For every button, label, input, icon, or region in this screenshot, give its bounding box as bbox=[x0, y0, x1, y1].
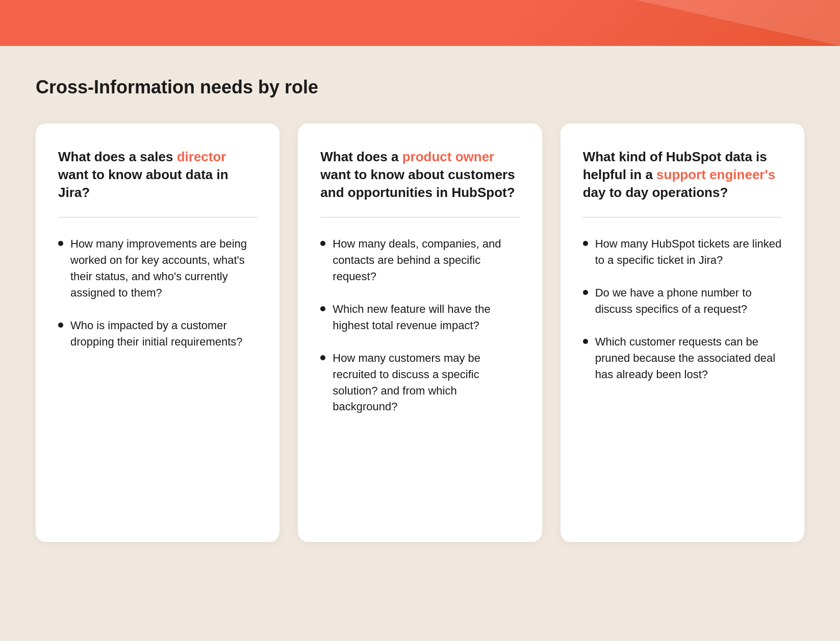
bullet-dot-icon bbox=[583, 241, 588, 246]
card-product-divider bbox=[320, 217, 519, 217]
bullet-text: Do we have a phone number to discuss spe… bbox=[595, 285, 782, 317]
bullet-dot-icon bbox=[320, 306, 325, 311]
bullet-text: Who is impacted by a customer dropping t… bbox=[70, 317, 257, 350]
bullet-text: How many improvements are being worked o… bbox=[70, 236, 257, 301]
bullet-dot-icon bbox=[58, 323, 63, 328]
card-product-question-text1: What does a bbox=[320, 149, 402, 164]
card-product-bullet-list: How many deals, companies, and contacts … bbox=[320, 236, 519, 415]
bullet-text: Which customer requests can be pruned be… bbox=[595, 334, 782, 383]
page-title: Cross-Information needs by role bbox=[36, 77, 804, 98]
top-banner bbox=[0, 0, 840, 46]
card-product: What does a product owner want to know a… bbox=[298, 124, 542, 542]
bullet-dot-icon bbox=[320, 355, 325, 360]
list-item: How many deals, companies, and contacts … bbox=[320, 236, 519, 285]
list-item: How many HubSpot tickets are linked to a… bbox=[583, 236, 782, 268]
bullet-text: How many deals, companies, and contacts … bbox=[333, 236, 519, 285]
bullet-text: Which new feature will have the highest … bbox=[333, 301, 519, 334]
list-item: Which new feature will have the highest … bbox=[320, 301, 519, 334]
card-sales-question-text2: want to know about data in Jira? bbox=[58, 167, 228, 200]
card-product-highlight: product owner bbox=[402, 149, 495, 164]
bullet-text: How many HubSpot tickets are linked to a… bbox=[595, 236, 782, 268]
card-sales-question-text1: What does a sales bbox=[58, 149, 177, 164]
card-product-question-text2: want to know about customers and opportu… bbox=[320, 167, 515, 200]
card-support-bullet-list: How many HubSpot tickets are linked to a… bbox=[583, 236, 782, 382]
bullet-dot-icon bbox=[583, 339, 588, 344]
card-sales: What does a sales director want to know … bbox=[36, 124, 279, 542]
list-item: Which customer requests can be pruned be… bbox=[583, 334, 782, 383]
list-item: How many customers may be recruited to d… bbox=[320, 350, 519, 415]
bullet-dot-icon bbox=[58, 241, 63, 246]
card-sales-question: What does a sales director want to know … bbox=[58, 148, 257, 202]
card-sales-highlight: director bbox=[177, 149, 226, 164]
page-content: Cross-Information needs by role What doe… bbox=[0, 46, 840, 641]
cards-container: What does a sales director want to know … bbox=[36, 124, 804, 542]
card-support: What kind of HubSpot data is helpful in … bbox=[561, 124, 804, 542]
bullet-text: How many customers may be recruited to d… bbox=[333, 350, 519, 415]
card-sales-bullet-list: How many improvements are being worked o… bbox=[58, 236, 257, 350]
card-product-question: What does a product owner want to know a… bbox=[320, 148, 519, 202]
banner-decoration bbox=[636, 0, 840, 46]
card-support-question: What kind of HubSpot data is helpful in … bbox=[583, 148, 782, 202]
card-support-highlight: support engineer's bbox=[656, 167, 775, 182]
list-item: Who is impacted by a customer dropping t… bbox=[58, 317, 257, 350]
card-support-divider bbox=[583, 217, 782, 217]
list-item: How many improvements are being worked o… bbox=[58, 236, 257, 301]
card-support-question-text2: day to day operations? bbox=[583, 185, 728, 200]
bullet-dot-icon bbox=[583, 290, 588, 295]
bullet-dot-icon bbox=[320, 241, 325, 246]
list-item: Do we have a phone number to discuss spe… bbox=[583, 285, 782, 317]
card-sales-divider bbox=[58, 217, 257, 217]
